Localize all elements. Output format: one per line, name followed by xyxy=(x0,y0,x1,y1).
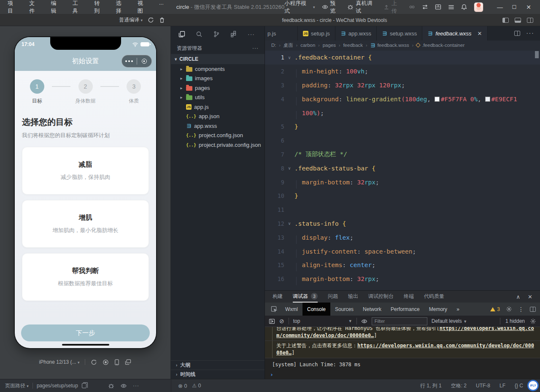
close-icon[interactable]: ✕ xyxy=(478,30,482,37)
menu-item[interactable]: 项目 xyxy=(4,0,22,16)
switch-icon[interactable] xyxy=(422,4,428,10)
toggle-bottom-panel-icon[interactable] xyxy=(515,18,521,23)
page-path-select[interactable]: 页面路径 ▾ xyxy=(5,382,29,389)
multi-window-icon[interactable] xyxy=(125,359,131,365)
debug-tab-构建[interactable]: 构建 xyxy=(273,291,283,303)
collapse-panel-icon[interactable]: ∧ xyxy=(516,294,521,300)
kebab-menu-icon[interactable]: ⋮ xyxy=(518,306,524,313)
toggle-left-panel-icon[interactable] xyxy=(502,18,509,23)
remote-debug-button[interactable]: 真机调试 xyxy=(347,0,377,15)
tree-item-project.config.json[interactable]: {..}project.config.json xyxy=(171,131,265,141)
mode-select[interactable]: 小程序模式▾ xyxy=(284,0,315,15)
eye-icon[interactable] xyxy=(361,319,367,324)
encoding[interactable]: UTF-8 xyxy=(476,383,490,389)
context-select[interactable]: top▼ xyxy=(293,318,352,324)
menu-item[interactable]: ... xyxy=(156,0,167,16)
tree-item-pages[interactable]: ▸pages xyxy=(171,83,265,93)
editor-tab-setup.wxss[interactable]: setup.wxss xyxy=(377,26,422,41)
menu-item[interactable]: 文件 xyxy=(26,0,43,16)
indentation[interactable]: 空格: 2 xyxy=(451,382,467,389)
devtools-tab-console[interactable]: Console xyxy=(302,303,330,316)
breadcrumb-item[interactable]: carbon xyxy=(300,43,315,48)
goal-card[interactable]: 减脂减少脂肪，保持肌肉 xyxy=(22,147,149,195)
debug-tab-终端[interactable]: 终端 xyxy=(404,291,414,303)
hamburger-icon[interactable] xyxy=(448,5,454,10)
source-control-icon[interactable] xyxy=(213,31,220,38)
outline-section[interactable]: ›大纲 xyxy=(171,360,265,370)
clear-console-icon[interactable]: ⊘ xyxy=(279,318,284,324)
debug-tab-调试器[interactable]: 调试器3 xyxy=(293,291,318,303)
avatar[interactable] xyxy=(474,2,483,12)
editor-tab-feedback.wxss[interactable]: feedback.wxss✕ xyxy=(422,26,487,41)
files-icon[interactable] xyxy=(178,31,185,38)
eol-type[interactable]: LF xyxy=(500,383,505,389)
tree-root[interactable]: ∨ CIRCLE xyxy=(171,54,265,64)
console-output[interactable]: 台进行兼容处理，让小程序在 HarmonyOS 也获得最佳体验，查看指引[htt… xyxy=(265,327,540,379)
eye-icon[interactable] xyxy=(120,383,127,389)
devtools-tab-network[interactable]: Network xyxy=(358,303,386,316)
restart-icon[interactable] xyxy=(91,359,97,365)
debug-tab-输出[interactable]: 输出 xyxy=(348,291,358,303)
tree-item-project.private.config.json[interactable]: {..}project.private.config.json xyxy=(171,140,265,150)
settings-gear-icon[interactable] xyxy=(506,306,512,312)
refresh-icon[interactable] xyxy=(148,17,154,23)
inspect-element-icon[interactable] xyxy=(267,303,281,316)
maximize-button[interactable]: ☐ xyxy=(507,4,521,10)
mini-program-capsule[interactable] xyxy=(122,55,152,68)
clear-cache-icon[interactable] xyxy=(159,17,165,23)
preview-button[interactable]: 预览 xyxy=(322,0,341,15)
more-tabs-icon[interactable]: » xyxy=(452,303,464,316)
debug-tab-调试控制台[interactable]: 调试控制台 xyxy=(368,291,394,303)
language-mode[interactable]: {} C xyxy=(515,383,523,389)
minimize-button[interactable]: — xyxy=(493,4,507,11)
tree-item-utils[interactable]: ▸utils xyxy=(171,93,265,103)
menu-item[interactable]: 工具 xyxy=(69,0,86,16)
hidden-count[interactable]: 1 hidden xyxy=(505,318,525,324)
grid-icon[interactable] xyxy=(435,4,441,10)
exit-icon[interactable] xyxy=(137,59,152,64)
console-settings-gear-icon[interactable] xyxy=(530,318,536,324)
goal-card[interactable]: 增肌增加肌肉，最小化脂肪增长 xyxy=(22,200,149,248)
device-select[interactable]: iPhone 12/13 (... ▾ xyxy=(39,359,80,365)
more-icon[interactable]: ··· xyxy=(248,31,255,38)
breadcrumb[interactable]: D:›桌面›carbon›pages›feedback›feedback.wxs… xyxy=(265,41,540,50)
fold-arrow-icon[interactable]: ∨ xyxy=(284,221,294,226)
show-sidebar-icon[interactable] xyxy=(269,319,275,324)
compile-mode-select[interactable]: 普通编译 ▾ xyxy=(119,16,143,24)
more-actions-icon[interactable]: ··· xyxy=(526,30,534,37)
tree-item-app.json[interactable]: {..}app.json xyxy=(171,112,265,122)
tree-item-app.wxss[interactable]: app.wxss xyxy=(171,121,265,131)
fold-arrow-icon[interactable]: ∨ xyxy=(284,166,294,170)
extensions-icon[interactable] xyxy=(230,31,237,38)
error-count[interactable]: ⊗ 0 xyxy=(178,383,187,389)
search-icon[interactable] xyxy=(196,31,202,38)
record-icon[interactable] xyxy=(103,359,109,365)
devtools-tab-sources[interactable]: Sources xyxy=(330,303,358,316)
goal-card[interactable]: 帮我判断根据数据推荐最佳目标 xyxy=(22,253,149,301)
split-editor-icon[interactable] xyxy=(514,31,520,36)
breadcrumb-item[interactable]: feedback xyxy=(343,43,363,48)
next-step-button[interactable]: 下一步 xyxy=(21,324,150,341)
code-editor[interactable]: 1∨.feedback-container {2min-height: 100v… xyxy=(265,50,540,290)
debug-icon[interactable] xyxy=(108,383,114,389)
menu-item[interactable]: 编辑 xyxy=(48,0,65,16)
breadcrumb-item[interactable]: feedback.wxss xyxy=(370,43,409,48)
menu-item[interactable]: 视图 xyxy=(134,0,151,16)
debug-tab-代码质量[interactable]: 代码质量 xyxy=(424,291,444,303)
explorer-more-icon[interactable]: ··· xyxy=(252,45,259,51)
menu-item[interactable]: 转到 xyxy=(91,0,108,16)
cursor-position[interactable]: 行 1, 列 1 xyxy=(420,382,442,389)
warning-count[interactable]: ⚠ 0 xyxy=(192,383,201,389)
filter-input[interactable] xyxy=(372,317,427,325)
close-panel-icon[interactable]: ✕ xyxy=(528,294,532,300)
bell-icon[interactable] xyxy=(461,4,467,10)
breadcrumb-item[interactable]: pages xyxy=(323,43,336,48)
color-swatch[interactable] xyxy=(435,97,440,102)
console-prompt[interactable]: › xyxy=(265,370,540,378)
more-icon[interactable] xyxy=(122,60,137,62)
menu-item[interactable]: 选择 xyxy=(112,0,130,16)
color-swatch[interactable] xyxy=(485,97,490,102)
devtools-tab-wxml[interactable]: Wxml xyxy=(281,303,302,316)
breadcrumb-item[interactable]: .feedback-container xyxy=(416,43,464,48)
toggle-right-panel-icon[interactable] xyxy=(527,18,533,23)
